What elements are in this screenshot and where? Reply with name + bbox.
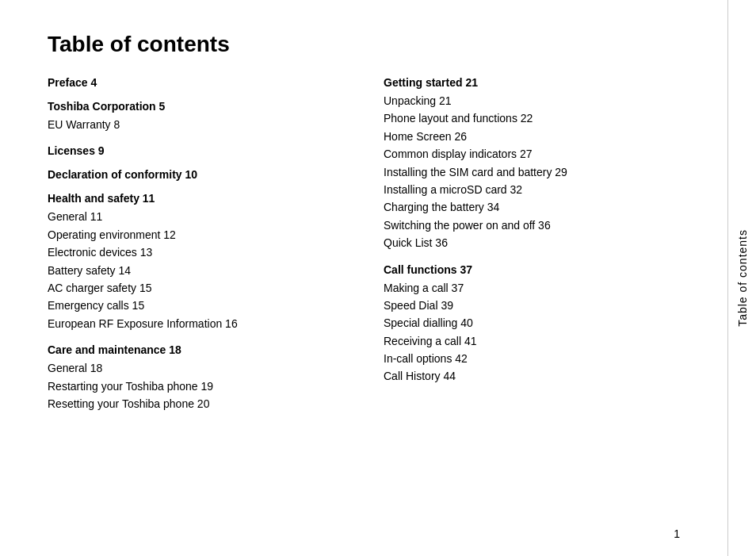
right-section-item-0-2: Home Screen 26 [384,128,688,145]
left-section-item-5-0: General 18 [48,359,352,377]
left-section-heading-0: Preface 4 [48,76,352,89]
right-section-item-1-2: Special dialling 40 [384,314,688,332]
right-section-item-1-0: Making a call 37 [384,279,688,297]
left-section-item-4-3: Battery safety 14 [48,262,352,279]
left-section-item-5-1: Restarting your Toshiba phone 19 [48,378,352,395]
right-section-item-0-4: Installing the SIM card and battery 29 [384,163,688,181]
left-section-item-4-6: European RF Exposure Information 16 [48,315,352,332]
right-section-item-0-3: Common display indicators 27 [384,145,688,163]
right-section-item-1-4: In-call options 42 [384,350,688,367]
left-section-heading-5: Care and maintenance 18 [48,343,352,356]
right-section-heading-0: Getting started 21 [384,76,688,89]
right-section-item-1-5: Call History 44 [384,367,688,385]
left-section-item-4-5: Emergency calls 15 [48,297,352,314]
vertical-tab: Table of contents [727,0,756,556]
page-title: Table of contents [48,32,688,57]
left-section-heading-4: Health and safety 11 [48,192,352,205]
left-section-heading-3: Declaration of conformity 10 [48,168,352,181]
right-section-item-1-1: Speed Dial 39 [384,297,688,314]
left-section-item-4-1: Operating environment 12 [48,226,352,243]
page-number: 1 [674,527,680,540]
left-section-item-4-0: General 11 [48,208,352,225]
left-section-heading-2: Licenses 9 [48,144,352,157]
right-section-item-0-8: Quick List 36 [384,234,688,251]
column-left: Preface 4Toshiba Corporation 5EU Warrant… [48,76,352,412]
left-section-item-4-2: Electronic devices 13 [48,243,352,261]
main-content: Table of contents Preface 4Toshiba Corpo… [0,0,727,556]
left-section-item-1-0: EU Warranty 8 [48,116,352,133]
vertical-tab-text: Table of contents [736,229,749,327]
page-container: Table of contents Preface 4Toshiba Corpo… [0,0,756,556]
right-section-heading-1: Call functions 37 [384,263,688,276]
right-section-item-0-6: Charging the battery 34 [384,198,688,216]
content-columns: Preface 4Toshiba Corporation 5EU Warrant… [48,76,688,412]
right-section-item-0-5: Installing a microSD card 32 [384,181,688,198]
left-section-heading-1: Toshiba Corporation 5 [48,100,352,113]
right-section-item-0-1: Phone layout and functions 22 [384,109,688,127]
column-right: Getting started 21Unpacking 21Phone layo… [384,76,688,412]
right-section-item-1-3: Receiving a call 41 [384,332,688,350]
right-section-item-0-7: Switching the power on and off 36 [384,217,688,234]
right-section-item-0-0: Unpacking 21 [384,92,688,109]
left-section-item-4-4: AC charger safety 15 [48,279,352,297]
left-section-item-5-2: Resetting your Toshiba phone 20 [48,395,352,412]
